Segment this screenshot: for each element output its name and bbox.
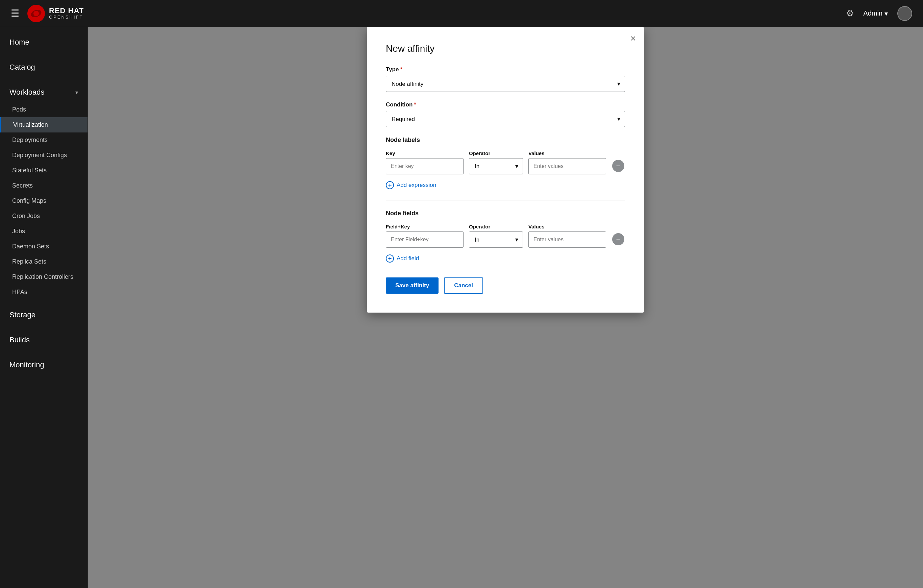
remove-field-button[interactable]: −: [612, 233, 624, 245]
condition-select-wrapper: Required Preferred ▾: [386, 111, 625, 127]
section-divider: [386, 200, 625, 200]
hamburger-icon[interactable]: ☰: [11, 8, 19, 19]
admin-label: Admin: [863, 10, 882, 17]
avatar[interactable]: [897, 6, 912, 21]
remove-field-column: −: [611, 224, 625, 245]
values2-input[interactable]: [529, 232, 606, 248]
remove-expression-button[interactable]: −: [612, 160, 624, 172]
node-fields-section-label: Node fields: [386, 210, 625, 217]
key-column: Key: [386, 150, 463, 174]
condition-select[interactable]: Required Preferred: [386, 111, 625, 127]
sidebar-item-replication-controllers[interactable]: Replication Controllers: [0, 269, 87, 284]
condition-form-group: Condition * Required Preferred ▾: [386, 101, 625, 127]
save-affinity-button[interactable]: Save affinity: [386, 278, 439, 294]
sidebar-item-cron-jobs[interactable]: Cron Jobs: [0, 209, 87, 224]
operator2-select-wrapper: In NotIn Exists DoesNotExist Gt Lt ▾: [469, 232, 523, 248]
values2-column-label: Values: [529, 224, 606, 230]
modal-actions: Save affinity Cancel: [386, 278, 625, 294]
remove-expression-column: −: [611, 150, 625, 172]
type-select-wrapper: Node affinity Pod affinity Pod anti-affi…: [386, 76, 625, 92]
logo-area: RED HAT OPENSHIFT: [27, 5, 84, 22]
sidebar-item-monitoring[interactable]: Monitoring: [0, 350, 87, 375]
field-key-column-label: Field+Key: [386, 224, 463, 230]
redhat-logo: [27, 5, 45, 22]
modal-wrapper: × New affinity Type * Node affinity Pod …: [88, 27, 923, 588]
main-layout: Home Catalog Workloads Pods Virtualizati…: [0, 27, 923, 588]
top-nav: ☰ RED HAT OPENSHIFT ⚙ Admin ▾: [0, 0, 923, 27]
type-form-group: Type * Node affinity Pod affinity Pod an…: [386, 66, 625, 92]
values-column: Values: [529, 150, 606, 174]
sidebar-item-secrets[interactable]: Secrets: [0, 178, 87, 193]
node-labels-row: Key Operator In NotIn Exists DoesNotExis…: [386, 150, 625, 174]
new-affinity-modal: × New affinity Type * Node affinity Pod …: [367, 27, 644, 312]
values-column-label: Values: [529, 150, 606, 156]
operator2-column-label: Operator: [469, 224, 523, 230]
sidebar-item-stateful-sets[interactable]: Stateful Sets: [0, 163, 87, 178]
logo-text: RED HAT OPENSHIFT: [49, 7, 84, 20]
add-expression-button[interactable]: + Add expression: [386, 180, 436, 191]
condition-label: Condition *: [386, 101, 625, 108]
type-label: Type *: [386, 66, 625, 73]
operator2-select[interactable]: In NotIn Exists DoesNotExist Gt Lt: [469, 232, 523, 248]
sidebar-item-jobs[interactable]: Jobs: [0, 224, 87, 239]
field-key-column: Field+Key: [386, 224, 463, 248]
sidebar-item-storage[interactable]: Storage: [0, 300, 87, 325]
sidebar: Home Catalog Workloads Pods Virtualizati…: [0, 27, 88, 588]
operator-select-wrapper: In NotIn Exists DoesNotExist Gt Lt ▾: [469, 158, 523, 174]
sidebar-item-workloads[interactable]: Workloads: [0, 77, 87, 102]
field-key-input[interactable]: [386, 232, 463, 248]
content-area: × New affinity Type * Node affinity Pod …: [88, 27, 923, 588]
sidebar-item-catalog[interactable]: Catalog: [0, 52, 87, 77]
sidebar-item-pods[interactable]: Pods: [0, 102, 87, 117]
sidebar-item-hpas[interactable]: HPAs: [0, 284, 87, 300]
sidebar-item-home[interactable]: Home: [0, 27, 87, 52]
modal-close-button[interactable]: ×: [631, 34, 636, 43]
modal-title: New affinity: [386, 43, 625, 54]
sidebar-item-daemon-sets[interactable]: Daemon Sets: [0, 239, 87, 254]
settings-icon[interactable]: ⚙: [846, 8, 854, 18]
type-select[interactable]: Node affinity Pod affinity Pod anti-affi…: [386, 76, 625, 92]
node-fields-row: Field+Key Operator In NotIn Exists DoesN…: [386, 224, 625, 248]
svg-point-2: [33, 11, 39, 16]
node-labels-section-label: Node labels: [386, 136, 625, 144]
sidebar-item-replica-sets[interactable]: Replica Sets: [0, 254, 87, 269]
add-expression-icon: +: [386, 181, 394, 189]
sidebar-item-deployment-configs[interactable]: Deployment Configs: [0, 148, 87, 163]
operator-column: Operator In NotIn Exists DoesNotExist Gt…: [469, 150, 523, 174]
sidebar-item-config-maps[interactable]: Config Maps: [0, 193, 87, 209]
sidebar-item-virtualization[interactable]: Virtualization: [0, 117, 87, 133]
operator-select[interactable]: In NotIn Exists DoesNotExist Gt Lt: [469, 158, 523, 174]
type-required-star: *: [400, 67, 402, 73]
admin-menu[interactable]: Admin ▾: [863, 10, 888, 18]
values2-column: Values: [529, 224, 606, 248]
values-input[interactable]: [529, 158, 606, 174]
sidebar-item-deployments[interactable]: Deployments: [0, 133, 87, 148]
cancel-button[interactable]: Cancel: [444, 278, 483, 294]
key-input[interactable]: [386, 158, 463, 174]
nav-right: ⚙ Admin ▾: [846, 6, 912, 21]
operator2-column: Operator In NotIn Exists DoesNotExist Gt…: [469, 224, 523, 248]
key-column-label: Key: [386, 150, 463, 156]
admin-dropdown-icon: ▾: [885, 10, 888, 18]
add-field-button[interactable]: + Add field: [386, 253, 419, 264]
condition-required-star: *: [414, 102, 416, 108]
add-field-icon: +: [386, 255, 394, 263]
operator-column-label: Operator: [469, 150, 523, 156]
sidebar-item-builds[interactable]: Builds: [0, 325, 87, 350]
